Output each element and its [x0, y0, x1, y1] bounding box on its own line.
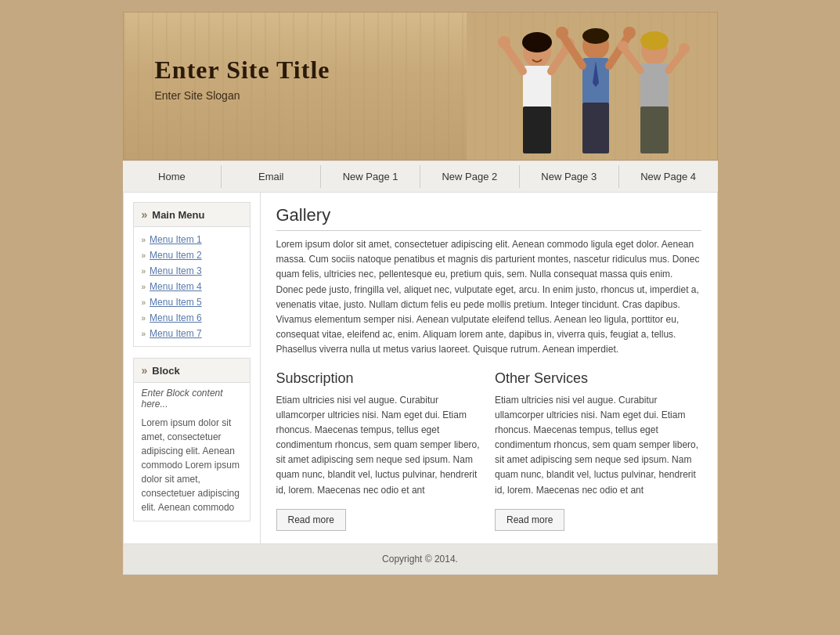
svg-point-44 — [618, 41, 629, 52]
svg-rect-46 — [640, 106, 669, 153]
header-title-area: Enter Site Title Enter Site Slogan — [155, 56, 330, 102]
block-enter-text: Enter Block content here... — [134, 383, 250, 413]
menu-item-link-4[interactable]: Menu Item 4 — [150, 281, 202, 292]
svg-point-23 — [522, 32, 552, 52]
nav-item-new-page-3[interactable]: New Page 3 — [520, 161, 618, 192]
nav-item-email[interactable]: Email — [222, 161, 320, 192]
menu-item-link-5[interactable]: Menu Item 5 — [150, 297, 202, 308]
header: Enter Site Title Enter Site Slogan — [123, 12, 718, 161]
footer: Copyright © 2014. — [123, 544, 718, 575]
svg-rect-29 — [523, 106, 551, 153]
menu-arrow-icon-6: » — [142, 314, 146, 323]
main-menu-title: Main Menu — [152, 209, 204, 221]
menu-list-item-3: » Menu Item 3 — [134, 263, 250, 279]
subscription-title: Subscription — [276, 370, 483, 387]
svg-point-37 — [623, 27, 636, 39]
menu-arrow-icon-1: » — [142, 236, 146, 244]
site-slogan: Enter Site Slogan — [155, 89, 330, 102]
subscription-read-more-button[interactable]: Read more — [276, 509, 346, 531]
gallery-title: Gallery — [276, 205, 701, 231]
other-services-text: Etiam ultricies nisi vel augue. Curabitu… — [495, 393, 701, 498]
block-header: » Block — [134, 359, 250, 383]
page-wrapper: Enter Site Title Enter Site Slogan — [123, 12, 718, 575]
block-lorem-text: Lorem ipsum dolor sit amet, consectetuer… — [134, 413, 250, 521]
header-image — [467, 13, 717, 161]
sidebar: » Main Menu » Menu Item 1 » Menu Item 2 … — [124, 193, 261, 543]
footer-copyright: Copyright © 2014. — [382, 554, 458, 565]
menu-list-item-2: » Menu Item 2 — [134, 247, 250, 263]
svg-rect-41 — [640, 63, 669, 109]
other-services-read-more-button[interactable]: Read more — [495, 509, 564, 531]
menu-list: » Menu Item 1 » Menu Item 2 » Menu Item … — [134, 227, 250, 346]
menu-list-item-4: » Menu Item 4 — [134, 279, 250, 294]
block-title: Block — [152, 365, 179, 377]
nav-item-home[interactable]: Home — [123, 161, 222, 192]
main-content: » Main Menu » Menu Item 1 » Menu Item 2 … — [123, 193, 718, 544]
menu-list-item-7: » Menu Item 7 — [134, 326, 250, 341]
header-people-illustration — [467, 13, 717, 161]
menu-list-item-1: » Menu Item 1 — [134, 232, 250, 247]
menu-arrow-icon-7: » — [142, 330, 146, 338]
nav-bar: Home Email New Page 1 New Page 2 New Pag… — [123, 161, 718, 193]
menu-arrow-icon-2: » — [142, 251, 146, 260]
chevron-right-icon: » — [142, 208, 148, 221]
main-menu-header: » Main Menu — [134, 203, 250, 227]
content-area: Gallery Lorem ipsum dolor sit amet, cons… — [261, 193, 717, 543]
svg-rect-24 — [523, 66, 551, 109]
menu-arrow-icon-4: » — [142, 283, 146, 291]
nav-item-new-page-4[interactable]: New Page 4 — [619, 161, 718, 192]
svg-point-45 — [679, 43, 690, 54]
svg-point-31 — [582, 28, 609, 44]
two-column-section: Subscription Etiam ultricies nisi vel au… — [276, 370, 701, 531]
menu-list-item-6: » Menu Item 6 — [134, 310, 250, 326]
main-menu-block: » Main Menu » Menu Item 1 » Menu Item 2 … — [133, 202, 251, 347]
site-title: Enter Site Title — [155, 56, 330, 85]
menu-item-link-2[interactable]: Menu Item 2 — [150, 250, 202, 261]
block-chevron-icon: » — [142, 364, 148, 377]
svg-point-27 — [498, 36, 510, 49]
subscription-text: Etiam ultricies nisi vel augue. Curabitu… — [276, 393, 483, 498]
svg-point-36 — [556, 27, 568, 39]
menu-arrow-icon-3: » — [142, 267, 146, 276]
subscription-column: Subscription Etiam ultricies nisi vel au… — [276, 370, 483, 531]
svg-point-40 — [640, 31, 669, 50]
block-widget: » Block Enter Block content here... Lore… — [133, 358, 251, 521]
other-services-column: Other Services Etiam ultricies nisi vel … — [495, 370, 701, 531]
svg-rect-38 — [582, 103, 609, 153]
other-services-title: Other Services — [495, 370, 701, 387]
gallery-text: Lorem ipsum dolor sit amet, consectetuer… — [276, 237, 701, 358]
nav-item-new-page-2[interactable]: New Page 2 — [420, 161, 519, 192]
menu-item-link-6[interactable]: Menu Item 6 — [150, 312, 202, 323]
menu-arrow-icon-5: » — [142, 298, 146, 307]
nav-item-new-page-1[interactable]: New Page 1 — [321, 161, 420, 192]
menu-item-link-1[interactable]: Menu Item 1 — [150, 234, 202, 245]
menu-list-item-5: » Menu Item 5 — [134, 294, 250, 310]
menu-item-link-7[interactable]: Menu Item 7 — [150, 328, 202, 339]
menu-item-link-3[interactable]: Menu Item 3 — [150, 265, 202, 276]
